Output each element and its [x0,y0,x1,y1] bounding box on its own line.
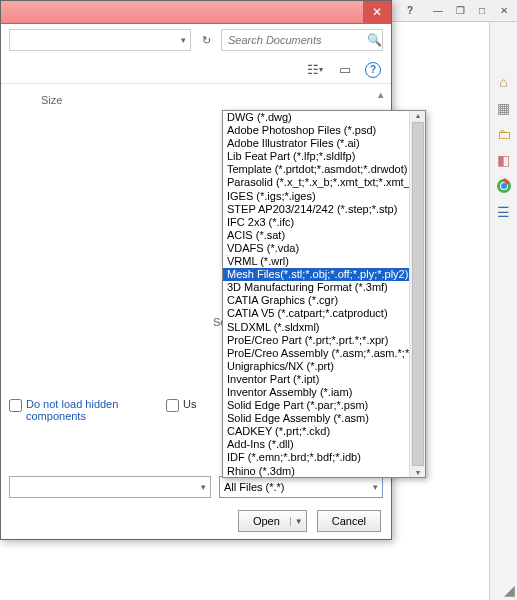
file-type-option[interactable]: VDAFS (*.vda) [223,242,409,255]
file-type-option[interactable]: Solid Edge Part (*.par;*.psm) [223,399,409,412]
chevron-down-icon: ▾ [181,35,186,45]
library-icon[interactable]: ▦ [494,98,514,118]
file-type-option[interactable]: DWG (*.dwg) [223,111,409,124]
file-type-list: DWG (*.dwg)Adobe Photoshop Files (*.psd)… [223,111,409,477]
file-type-option[interactable]: SLDXML (*.sldxml) [223,321,409,334]
file-type-option[interactable]: Adobe Illustrator Files (*.ai) [223,137,409,150]
help-icon[interactable]: ? [401,3,419,19]
dialog-close-button[interactable]: ✕ [363,1,391,23]
file-type-option[interactable]: ACIS (*.sat) [223,229,409,242]
file-type-option[interactable]: Inventor Part (*.ipt) [223,373,409,386]
view-toolbar: ☷ ▾ ▭ ? [1,56,391,84]
folder-icon[interactable]: 🗀 [494,124,514,144]
file-type-option[interactable]: IFC 2x3 (*.ifc) [223,216,409,229]
cancel-label: Cancel [332,515,366,527]
chevron-down-icon: ▾ [373,482,378,492]
search-input[interactable] [228,34,367,46]
search-icon: 🔍 [367,33,382,47]
search-box[interactable]: 🔍 [221,29,383,51]
checkbox-label: Us [183,398,196,410]
right-task-pane: ⌂ ▦ 🗀 ◧ ☰ [489,22,517,600]
file-type-option[interactable]: CADKEY (*.prt;*.ckd) [223,425,409,438]
scroll-up-icon[interactable]: ▴ [416,111,420,120]
filename-combo[interactable]: ▾ [9,476,211,498]
open-dropdown-icon[interactable]: ▼ [290,517,303,526]
file-type-filter[interactable]: All Files (*.*) ▾ [219,476,383,498]
file-type-option[interactable]: ProE/Creo Part (*.prt;*.prt.*;*.xpr) [223,334,409,347]
home-icon[interactable]: ⌂ [494,72,514,92]
dialog-titlebar: ✕ [1,1,391,24]
scroll-down-icon[interactable]: ▾ [416,468,420,477]
file-type-option[interactable]: Template (*.prtdot;*.asmdot;*.drwdot) [223,163,409,176]
file-type-option[interactable]: STEP AP203/214/242 (*.step;*.stp) [223,203,409,216]
list-icon[interactable]: ☰ [494,202,514,222]
checkbox-input[interactable] [9,399,22,412]
checkbox-label: Do not load hidden components [26,398,136,422]
location-toolbar: ▾ ↻ 🔍 [1,24,391,56]
scrollbar-thumb[interactable] [412,122,424,466]
maximize-button[interactable]: □ [473,3,491,19]
file-type-option[interactable]: CATIA V5 (*.catpart;*.catproduct) [223,307,409,320]
file-type-option[interactable]: Inventor Assembly (*.iam) [223,386,409,399]
file-type-option[interactable]: VRML (*.wrl) [223,255,409,268]
open-label: Open [253,515,280,527]
checkbox-use-truncated[interactable]: Us [166,398,196,422]
view-mode-button[interactable]: ☷ ▾ [305,61,325,79]
file-type-option[interactable]: 3D Manufacturing Format (*.3mf) [223,281,409,294]
file-type-option[interactable]: IDF (*.emn;*.brd;*.bdf;*.idb) [223,451,409,464]
preview-pane-button[interactable]: ▭ [335,61,355,79]
open-button[interactable]: Open ▼ [238,510,307,532]
refresh-button[interactable]: ↻ [197,34,215,47]
file-type-option[interactable]: CATIA Graphics (*.cgr) [223,294,409,307]
file-type-option[interactable]: Mesh Files(*.stl;*.obj;*.off;*.ply;*.ply… [223,268,409,281]
file-type-option[interactable]: Unigraphics/NX (*.prt) [223,360,409,373]
chevron-down-icon: ▾ [201,482,206,492]
dropdown-scrollbar[interactable]: ▴ ▾ [409,111,425,477]
checkbox-no-load-hidden[interactable]: Do not load hidden components [9,398,136,422]
file-type-option[interactable]: Adobe Photoshop Files (*.psd) [223,124,409,137]
file-type-option[interactable]: Add-Ins (*.dll) [223,438,409,451]
scroll-up-icon[interactable]: ▴ [378,88,384,101]
location-combo[interactable]: ▾ [9,29,191,51]
file-type-option[interactable]: Rhino (*.3dm) [223,465,409,477]
resize-grip-icon[interactable]: ◢ [504,582,515,598]
help-button[interactable]: ? [365,62,381,78]
column-header-size[interactable]: Size [41,94,62,106]
file-type-option[interactable]: Lib Feat Part (*.lfp;*.sldlfp) [223,150,409,163]
file-type-dropdown[interactable]: DWG (*.dwg)Adobe Photoshop Files (*.psd)… [222,110,426,478]
chrome-icon[interactable] [494,176,514,196]
file-type-option[interactable]: ProE/Creo Assembly (*.asm;*.asm.*;*.xas) [223,347,409,360]
file-type-option[interactable]: Solid Edge Assembly (*.asm) [223,412,409,425]
file-type-option[interactable]: Parasolid (*.x_t;*.x_b;*.xmt_txt;*.xmt_b… [223,176,409,189]
minimize-button[interactable]: — [429,3,447,19]
file-type-option[interactable]: IGES (*.igs;*.iges) [223,190,409,203]
close-button[interactable]: ✕ [495,3,513,19]
button-row: Open ▼ Cancel [1,502,391,540]
checkbox-input[interactable] [166,399,179,412]
cancel-button[interactable]: Cancel [317,510,381,532]
restore-button[interactable]: ❐ [451,3,469,19]
view-icon[interactable]: ◧ [494,150,514,170]
filter-value: All Files (*.*) [224,481,285,493]
